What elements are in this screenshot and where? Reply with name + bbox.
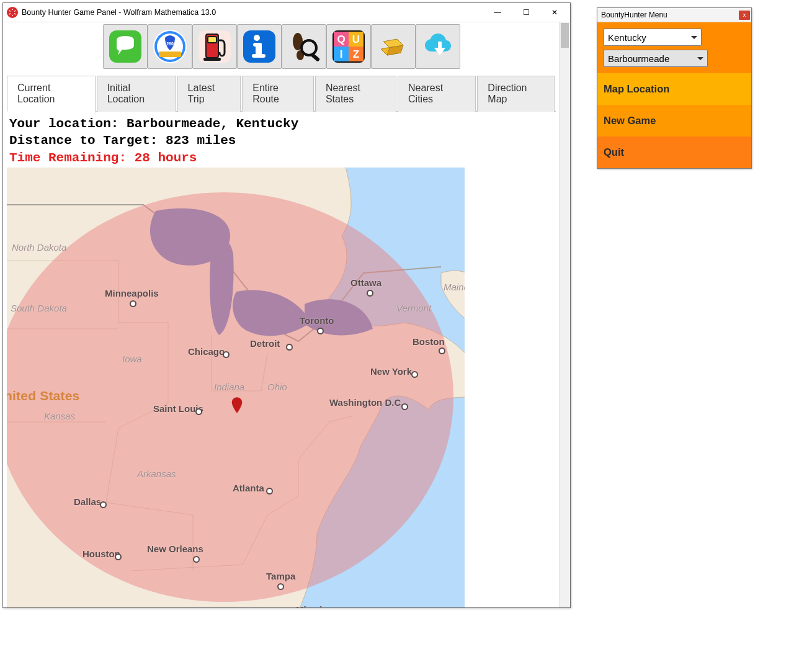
scrollbar-thumb[interactable] bbox=[561, 23, 569, 48]
icon-toolbar: 280 bbox=[3, 22, 560, 73]
state-kansas: Kansas bbox=[44, 411, 75, 421]
tab-initial-location[interactable]: Initial Location bbox=[97, 76, 176, 112]
city-chicago: Chicago bbox=[188, 346, 225, 357]
time-line: Time Remaining: 28 hours bbox=[9, 150, 553, 166]
gold-bars-icon bbox=[376, 29, 411, 64]
svg-text:Z: Z bbox=[352, 48, 359, 60]
svg-text:280: 280 bbox=[166, 42, 174, 46]
crime-button[interactable] bbox=[282, 24, 326, 69]
city-dot bbox=[277, 583, 284, 590]
state-dropdown-value: Kentucky bbox=[608, 32, 646, 43]
city-dot bbox=[317, 328, 324, 334]
map[interactable]: nited States North Dakota South Dakota I… bbox=[7, 168, 465, 607]
download-button[interactable] bbox=[416, 24, 460, 69]
city-dot bbox=[193, 556, 200, 563]
state-indiana: Indiana bbox=[214, 382, 244, 392]
svg-text:U: U bbox=[352, 34, 359, 45]
svg-marker-0 bbox=[12, 9, 14, 11]
city-dot bbox=[401, 403, 408, 410]
city-dallas: Dallas bbox=[74, 496, 101, 507]
state-arkansas: Arkansas bbox=[137, 468, 176, 479]
gas-pump-icon bbox=[197, 29, 232, 64]
city-dot bbox=[130, 300, 136, 307]
city-dot bbox=[411, 371, 418, 378]
svg-marker-4 bbox=[9, 13, 10, 15]
tab-entire-route[interactable]: Entire Route bbox=[242, 76, 314, 112]
svg-rect-25 bbox=[310, 53, 320, 62]
main-window: Bounty Hunter Game Panel - Wolfram Mathe… bbox=[2, 2, 571, 608]
city-dot bbox=[195, 408, 202, 415]
city-dot bbox=[100, 501, 107, 508]
svg-point-24 bbox=[301, 40, 316, 55]
city-atlanta: Atlanta bbox=[233, 483, 264, 493]
quiz-icon: Q U I Z bbox=[331, 29, 366, 64]
quit-button[interactable]: Quit bbox=[597, 137, 751, 168]
tab-current-location[interactable]: Current Location bbox=[7, 76, 96, 112]
location-marker-icon bbox=[230, 397, 244, 414]
titlebar[interactable]: Bounty Hunter Game Panel - Wolfram Mathe… bbox=[3, 3, 570, 22]
quiz-button[interactable]: Q U I Z bbox=[326, 24, 371, 69]
menu-titlebar[interactable]: BountyHunter Menu x bbox=[597, 8, 751, 22]
city-dropdown-value: Barbourmeade bbox=[608, 53, 669, 64]
messages-icon bbox=[108, 29, 143, 64]
city-dot bbox=[223, 351, 230, 358]
city-dc: Washington D.C. bbox=[329, 397, 403, 408]
state-vermont: Vermont bbox=[396, 303, 431, 313]
chevron-down-icon bbox=[691, 36, 697, 39]
city-neworleans: New Orleans bbox=[147, 544, 203, 554]
country-label: nited States bbox=[7, 388, 79, 403]
info-icon bbox=[242, 29, 277, 64]
city-boston: Boston bbox=[413, 336, 445, 347]
city-ottawa: Ottawa bbox=[350, 277, 381, 288]
city-detroit: Detroit bbox=[250, 338, 280, 349]
svg-rect-10 bbox=[159, 51, 181, 57]
gold-button[interactable] bbox=[371, 24, 416, 69]
menu-window: BountyHunter Menu x Kentucky Barbourmead… bbox=[597, 7, 752, 169]
vertical-scrollbar[interactable] bbox=[559, 22, 570, 607]
info-block: Your location: Barbourmeade, Kentucky Di… bbox=[3, 112, 560, 168]
maximize-button[interactable]: ☐ bbox=[512, 3, 540, 22]
tab-nearest-cities[interactable]: Nearest Cities bbox=[398, 76, 476, 112]
tab-latest-trip[interactable]: Latest Trip bbox=[177, 76, 241, 112]
city-dot bbox=[367, 290, 373, 297]
messages-button[interactable] bbox=[103, 24, 148, 69]
download-cloud-icon bbox=[421, 29, 455, 64]
svg-rect-15 bbox=[203, 58, 221, 61]
state-dropdown[interactable]: Kentucky bbox=[604, 29, 702, 46]
minimize-button[interactable]: — bbox=[483, 3, 512, 22]
city-minneapolis: Minneapolis bbox=[105, 288, 159, 298]
new-game-button[interactable]: New Game bbox=[597, 105, 751, 137]
state-ohio: Ohio bbox=[267, 382, 287, 392]
svg-marker-5 bbox=[9, 10, 10, 12]
city-dropdown[interactable]: Barbourmeade bbox=[604, 50, 708, 67]
tab-nearest-states[interactable]: Nearest States bbox=[315, 76, 396, 112]
city-miami: Miami bbox=[296, 604, 323, 607]
wolfram-icon bbox=[7, 7, 18, 18]
map-location-button[interactable]: Map Location bbox=[597, 73, 751, 105]
state-north-dakota: North Dakota bbox=[12, 242, 66, 253]
footprint-search-icon bbox=[287, 29, 321, 64]
menu-body: Kentucky Barbourmeade Map Location New G… bbox=[597, 22, 751, 168]
menu-close-button[interactable]: x bbox=[739, 11, 750, 20]
info-button[interactable] bbox=[237, 24, 282, 69]
state-maine: Maine bbox=[444, 282, 465, 292]
tabs: Current Location Initial Location Latest… bbox=[7, 75, 556, 112]
distance-line: Distance to Target: 823 miles bbox=[9, 132, 553, 149]
svg-marker-1 bbox=[14, 10, 16, 12]
route-button[interactable]: 280 bbox=[148, 24, 192, 69]
menu-title-text: BountyHunter Menu bbox=[601, 11, 667, 19]
state-south-dakota: South Dakota bbox=[11, 303, 67, 313]
city-dot bbox=[286, 344, 293, 351]
svg-text:Q: Q bbox=[337, 34, 345, 45]
gas-button[interactable] bbox=[192, 24, 237, 69]
city-dot bbox=[439, 347, 445, 354]
city-dot bbox=[266, 488, 273, 495]
city-toronto: Toronto bbox=[300, 315, 334, 326]
close-button[interactable]: ✕ bbox=[540, 3, 569, 22]
content-area: 280 bbox=[3, 22, 560, 607]
tab-direction-map[interactable]: Direction Map bbox=[477, 76, 555, 112]
window-title: Bounty Hunter Game Panel - Wolfram Mathe… bbox=[22, 8, 216, 17]
svg-text:I: I bbox=[339, 48, 342, 60]
city-newyork: New York bbox=[370, 366, 412, 377]
state-iowa: Iowa bbox=[122, 354, 142, 364]
